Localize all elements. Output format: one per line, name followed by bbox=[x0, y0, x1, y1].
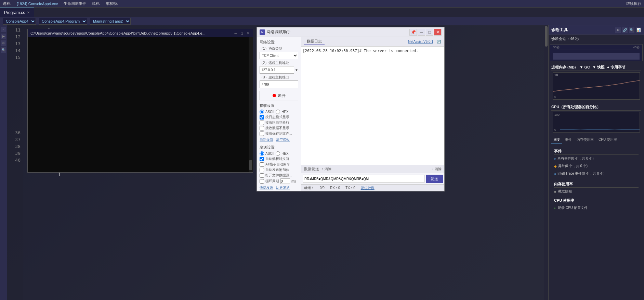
na-minimize-btn[interactable]: ─ bbox=[418, 29, 425, 36]
diag-chart-btn[interactable]: 📊 bbox=[636, 27, 641, 33]
thread-label: 线程: bbox=[92, 1, 100, 6]
na-clearrecv-link[interactable]: 清空接收 bbox=[276, 137, 290, 142]
na-status-bar: 就绪！ 0/0 RX：0 TX：0 复位计数 bbox=[301, 184, 444, 191]
diag-search-btn[interactable]: 🔍 bbox=[629, 27, 634, 33]
na-send-ascii-radio[interactable] bbox=[260, 151, 264, 156]
gc-label: ▼ GC bbox=[580, 65, 590, 69]
method-dropdown[interactable]: Main(string[] args) bbox=[90, 18, 131, 25]
top-toolbar: 进程: [1924] ConsoleApp4.exe 生命周期事件 线程: 堆栈… bbox=[0, 0, 644, 8]
na-recv-ascii-radio[interactable] bbox=[260, 110, 264, 114]
na-rx: RX：0 bbox=[330, 186, 340, 190]
ln-38: 38 bbox=[7, 143, 21, 150]
na-autoescape-cb[interactable] bbox=[260, 157, 264, 161]
diag-session-label: 诊断会话：46 秒 bbox=[549, 35, 644, 43]
console-window[interactable]: C:\Users\carywang\source\repos\ConsoleAp… bbox=[27, 29, 253, 173]
diag-panel: 诊断工具 ⚙ 🔗 🔍 📊 诊断会话：46 秒 30秒 40秒 进程内存 (MB)… bbox=[548, 25, 644, 300]
na-remote-port-input[interactable] bbox=[260, 80, 298, 88]
na-reset-btn[interactable]: 复位计数 bbox=[361, 186, 374, 190]
gutter-icon-2: ▶ bbox=[1, 34, 6, 39]
na-openfile-row: 打开文件数据源... bbox=[260, 173, 298, 178]
console-close-btn[interactable]: ✕ bbox=[246, 31, 250, 35]
diag-timeline: 30秒 40秒 bbox=[550, 44, 643, 61]
na-datalog-tab[interactable]: 数据日志 bbox=[304, 38, 325, 45]
console-minimize-btn[interactable]: ─ bbox=[234, 31, 238, 35]
scrollbar-thumb[interactable] bbox=[545, 26, 548, 47]
na-protocol-select[interactable]: TCP Client bbox=[260, 52, 298, 59]
diag-link-btn[interactable]: 🔗 bbox=[622, 27, 628, 33]
exceptions-group: ◆ 异常(0 个，共 0 个) bbox=[554, 163, 639, 169]
na-remote-host-input[interactable] bbox=[260, 66, 294, 74]
na-send-area-label: 数据发送 bbox=[304, 166, 319, 172]
na-atauto-cb[interactable] bbox=[260, 162, 264, 167]
memory-usage-title: 内存使用率 bbox=[554, 181, 639, 188]
na-loop-row: 循环周期 ms bbox=[260, 178, 298, 184]
na-quicksend-link[interactable]: 快捷发送 bbox=[260, 185, 273, 190]
na-send-clear-btn1[interactable]: ↑ 清除 bbox=[322, 167, 331, 172]
tab-close-btn[interactable]: ✕ bbox=[27, 11, 30, 14]
diag-settings-btn[interactable]: ⚙ bbox=[615, 27, 621, 33]
na-loop-ms-unit: ms bbox=[291, 179, 296, 183]
location-bar: ConsoleApp4 ConsoleApp4.Program Main(str… bbox=[0, 17, 644, 25]
project-dropdown[interactable]: ConsoleApp4 bbox=[3, 18, 36, 25]
na-titlebar: N 网络调试助手 📌 ─ □ ✕ bbox=[257, 27, 444, 37]
diag-tab-summary[interactable]: 摘要 bbox=[551, 137, 562, 143]
na-counter: 0/0 bbox=[320, 186, 325, 190]
cpu-chart-svg bbox=[553, 112, 640, 131]
na-logmode-cb[interactable] bbox=[260, 115, 264, 120]
timeline-30s: 30秒 bbox=[553, 45, 560, 50]
code-scrollbar[interactable] bbox=[544, 25, 548, 300]
na-maximize-btn[interactable]: □ bbox=[426, 29, 433, 36]
na-data-log[interactable]: [2022-06-28 10:02:30.937]# The server is… bbox=[301, 47, 444, 165]
diag-events-content: 事件 » 所有事件(0 个，共 0 个) ◆ 异常(0 个，共 0 个) ● bbox=[549, 145, 644, 300]
main-area: ≡ ▶ ⚙ 🔍 11 12 13 14 15 36 37 38 39 40 bbox=[0, 25, 644, 300]
diag-tab-memory[interactable]: 内存使用率 bbox=[575, 137, 596, 143]
na-history-link[interactable]: 历史发送 bbox=[276, 185, 290, 190]
na-tx: TX：0 bbox=[345, 186, 355, 190]
na-savefile-label: 接收保存到文件... bbox=[265, 131, 292, 136]
na-noshow-cb[interactable] bbox=[260, 126, 264, 130]
class-dropdown[interactable]: ConsoleApp4.Program bbox=[39, 18, 87, 25]
na-autoscroll-cb[interactable] bbox=[260, 121, 264, 125]
intellitrace-group: ● IntelliTrace 事件(0 个，共 0 个) bbox=[554, 171, 639, 177]
na-pin-btn[interactable]: 📌 bbox=[409, 29, 417, 36]
na-send-btn[interactable]: 发送 bbox=[426, 175, 443, 183]
console-maximize-btn[interactable]: □ bbox=[240, 31, 244, 35]
exceptions-label: 异常(0 个，共 0 个) bbox=[558, 164, 588, 168]
na-loop-ms-input[interactable] bbox=[280, 178, 290, 184]
ln-36: 36 bbox=[7, 129, 21, 136]
na-loop-label: 循环周期 bbox=[265, 179, 279, 184]
snapshot-item: ■ 截取快照 bbox=[554, 188, 639, 195]
code-editor[interactable]: 11 12 13 14 15 36 37 38 39 40 { 0 个引用 st bbox=[7, 25, 548, 300]
diag-tab-cpu[interactable]: CPU 使用率 bbox=[596, 137, 619, 143]
diag-memory-chart-section: 进程内存 (MB) ▼ GC ▼ 快照 ● 专用字节 18 0 bbox=[549, 63, 644, 102]
netassist-window[interactable]: N 网络调试助手 📌 ─ □ ✕ 网络设置 （1）协议类型 T bbox=[257, 27, 445, 191]
na-send-input[interactable] bbox=[303, 175, 424, 183]
na-logmode-label: 按日志模式显示 bbox=[265, 115, 289, 120]
na-autoset-link[interactable]: 自动设置 bbox=[260, 137, 273, 142]
na-refresh-btn[interactable]: 🔄 bbox=[436, 39, 442, 45]
na-connect-btn[interactable]: 断开 bbox=[260, 91, 298, 100]
console-scrollbar[interactable] bbox=[249, 37, 253, 172]
na-loop-cb[interactable] bbox=[260, 179, 264, 184]
na-connect-label: 断开 bbox=[278, 93, 286, 98]
cpu-chart: 100 0 bbox=[553, 112, 640, 133]
intellitrace-title: ● IntelliTrace 事件(0 个，共 0 个) bbox=[554, 171, 639, 177]
tab-program-cs[interactable]: Program.cs ✕ bbox=[0, 8, 34, 17]
na-close-btn[interactable]: ✕ bbox=[434, 29, 442, 36]
na-openfile-cb[interactable] bbox=[260, 173, 264, 178]
na-send-hex-label: HEX bbox=[281, 152, 289, 155]
na-send-clear-btn2[interactable]: ↓ 清除 bbox=[432, 167, 442, 172]
na-autoadd-cb[interactable] bbox=[260, 168, 264, 172]
diag-tab-events[interactable]: 事件 bbox=[563, 137, 574, 143]
na-recv-hex-radio[interactable] bbox=[276, 110, 280, 114]
memory-chart: 18 0 bbox=[553, 72, 640, 100]
memory-chart-title-text: 进程内存 (MB) bbox=[551, 65, 576, 69]
ln-15: 15 bbox=[7, 54, 21, 61]
na-savefile-cb[interactable] bbox=[260, 132, 264, 136]
na-send-hex-radio[interactable] bbox=[276, 151, 280, 156]
na-recv-hex-label: HEX bbox=[281, 110, 289, 114]
lifecycle-label: 生命周期事件 bbox=[64, 1, 86, 6]
memory-chart-label: 18 bbox=[554, 73, 638, 77]
na-version[interactable]: NetAssist V5.0.1 bbox=[408, 40, 433, 43]
ln-12: 12 bbox=[7, 34, 21, 40]
